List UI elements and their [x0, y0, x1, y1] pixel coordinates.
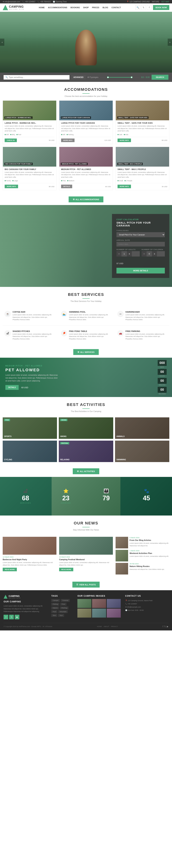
pet-details-button[interactable]: DETAILS	[5, 385, 19, 390]
all-accommodations-button[interactable]: ⊞ ALL ACCOMMODATIONS	[69, 196, 103, 203]
calculator-price: 97 USD	[117, 261, 165, 265]
footer-tag-1[interactable]: Caravan	[61, 599, 70, 602]
slider-dot-right[interactable]	[131, 76, 132, 78]
children-increase-button[interactable]: +	[152, 251, 157, 256]
news-side-image-1	[116, 537, 128, 549]
advanced-button[interactable]: ADVANCED	[71, 75, 85, 80]
footer-facebook-btn[interactable]: f	[4, 615, 8, 619]
acc-moreinfo-button-6[interactable]: MORE INFO	[118, 185, 131, 188]
slider-dot-left[interactable]	[107, 76, 109, 78]
acc-price-3: 88 USD	[162, 139, 167, 141]
footer-link-home[interactable]: HOME	[97, 626, 102, 627]
stats-section: 🏕 68 SERVICES ⭐ 23 AVERAGE 👨‍👩‍👧 79 🐾 45	[0, 477, 172, 516]
footer-our-camping-title: OUR CAMPING	[4, 600, 47, 603]
footer-grid: CAMPING NATURE SITE OUR CAMPING Lorem ip…	[4, 595, 168, 619]
acc-moreinfo-button-2[interactable]: MORE INFO	[61, 138, 75, 142]
footer-tag-4[interactable]: Nature	[51, 607, 59, 609]
address-info: 📍 123 CAMPING GROUND	[127, 1, 150, 3]
footer-bottom-youtube-icon[interactable]: ▶	[167, 625, 168, 628]
footer-bottom-twitter-icon[interactable]: 𝕏	[164, 625, 166, 628]
activity-card-6[interactable]: SWIMMING	[115, 441, 169, 462]
nav-prices[interactable]: Prices	[92, 6, 99, 8]
service-hairdresser-content: Hairdresser Lorem ipsum dolor sit amet, …	[125, 311, 168, 321]
footer-img-6[interactable]	[107, 609, 121, 618]
adults-decrease-button[interactable]: −	[117, 251, 121, 256]
view-all-posts-button[interactable]: ☰ VIEW ALL POSTS	[72, 582, 100, 588]
book-now-button[interactable]: BOOK NOW	[153, 5, 169, 10]
footer-link-about[interactable]: ABOUT	[103, 626, 109, 627]
footer-tag-6[interactable]: Pool	[51, 610, 57, 613]
footer-tag-5[interactable]: Pitching	[60, 607, 69, 609]
nav-accommodations[interactable]: Accommodations	[48, 6, 67, 8]
acc-image-4: BIG CARAVAN FOR YOUR FAMILY	[3, 147, 56, 166]
adults-increase-button[interactable]: +	[127, 251, 132, 256]
nav-shop[interactable]: Shop	[83, 6, 89, 8]
footer-tag-2[interactable]: Fishing	[51, 603, 59, 606]
footer-img-4[interactable]	[77, 609, 91, 618]
nav-contact[interactable]: Contact	[112, 6, 121, 8]
stat-num-2: 23	[48, 495, 83, 501]
activity-overlay-6: SWIMMING	[115, 441, 169, 462]
acc-title-5: MEDIUM PITCH - PET ALLOWED	[61, 168, 111, 170]
footer-tag-0[interactable]: Camper	[51, 599, 60, 602]
nav-blog[interactable]: Blog	[102, 6, 108, 8]
hero-next-button[interactable]: ›	[168, 39, 172, 46]
all-activities-container: ⊞ ALL ACTIVITIES	[0, 466, 172, 477]
all-services-button[interactable]: ⊞ ALL SERVICES	[73, 349, 99, 355]
activity-card-1[interactable]: Free SPORTS	[3, 417, 57, 439]
typologies-select[interactable]: Small Pitch For Your Caravan Large Pitch…	[117, 232, 165, 237]
search-button[interactable]: SEARCH	[152, 75, 168, 80]
acc-moreinfo-button-4[interactable]: MORE INFO	[5, 185, 18, 188]
footer-rss-btn[interactable]: ◉	[15, 615, 19, 619]
activities-title: BEST ACTIVITIES	[3, 402, 169, 407]
pet-banner-section: MEDIUM PITCH - PET ALLOWED PET AllowED L…	[0, 358, 172, 397]
timer-seconds: 00 SECONDS	[158, 387, 167, 395]
news-read-more-2[interactable]: READ MORE	[59, 568, 73, 571]
news-desc-1: Lorem ipsum dolor sit amet, consectetur …	[3, 561, 56, 566]
facebook-icon-btn[interactable]: f	[147, 5, 152, 10]
twitter-icon-btn[interactable]: 𝕏	[141, 5, 146, 10]
footer-bottom-facebook-icon[interactable]: f	[163, 625, 163, 628]
arrival-date-input[interactable]	[117, 242, 165, 247]
acc-title-1: LARGE PITCH - BARBECUE INCL.	[5, 122, 54, 124]
news-image-1	[3, 537, 56, 555]
news-date-2: 10 March 2024	[59, 556, 113, 558]
footer-img-5[interactable]	[92, 609, 106, 618]
stat-num-4: 45	[129, 495, 164, 501]
footer-img-3[interactable]	[107, 599, 121, 608]
activity-card-2[interactable]: Hiking HIKING	[59, 417, 113, 439]
children-decrease-button[interactable]: −	[142, 251, 147, 256]
news-read-more-1[interactable]: READ MORE	[3, 568, 17, 571]
news-side-image-2	[116, 550, 128, 561]
service-pingpong-desc: Lorem ipsum dolor sit amet, consectetur …	[69, 333, 111, 340]
acc-image-1: LARGE PITCH - BARBECUE INCL.	[3, 101, 56, 120]
footer-twitter-btn[interactable]: 𝕏	[9, 615, 14, 619]
activity-card-5[interactable]: Festival RELAXING	[59, 441, 113, 462]
footer-img-1[interactable]	[77, 599, 91, 608]
acc-checkin-button-1[interactable]: CHECK IN	[5, 138, 17, 142]
logo-text-block: CAMPING NATURE SITE	[9, 5, 24, 10]
activity-card-4[interactable]: CYCLING	[3, 441, 57, 462]
hero-section: ‹ ›	[0, 12, 172, 72]
hero-prev-button[interactable]: ‹	[0, 39, 4, 46]
footer-img-2[interactable]	[92, 599, 106, 608]
price-slider[interactable]	[100, 77, 140, 78]
all-activities-button[interactable]: ⊞ ALL ACTIVITIES	[73, 468, 99, 474]
nav-home[interactable]: Home	[39, 6, 45, 8]
search-icon-btn[interactable]: 🔍	[136, 5, 140, 10]
acc-features-5: Pets Medium	[61, 180, 111, 182]
footer-tag-9[interactable]: Tour	[58, 614, 64, 617]
search-input[interactable]	[9, 76, 68, 78]
footer-tag-7[interactable]: Mountain	[58, 610, 68, 613]
acc-details-button-5[interactable]: DETAILS	[61, 185, 72, 188]
calculator-more-details-button[interactable]: MORE DETAILS	[117, 268, 165, 274]
activity-card-3[interactable]: ANIMALS	[115, 417, 169, 439]
map-link[interactable]: GET MAP	[161, 1, 169, 3]
activity-overlay-5: Festival RELAXING	[59, 441, 113, 462]
footer-tag-3[interactable]: Free	[60, 603, 67, 606]
accommodations-subtitle: Choose the best accommodation for your h…	[3, 95, 169, 97]
footer-tag-8[interactable]: Tent	[51, 614, 57, 617]
acc-moreinfo-button-3[interactable]: MORE INFO	[118, 138, 131, 142]
footer-link-privacy[interactable]: PRIVACY	[111, 626, 118, 627]
nav-booking[interactable]: Booking	[70, 6, 80, 8]
